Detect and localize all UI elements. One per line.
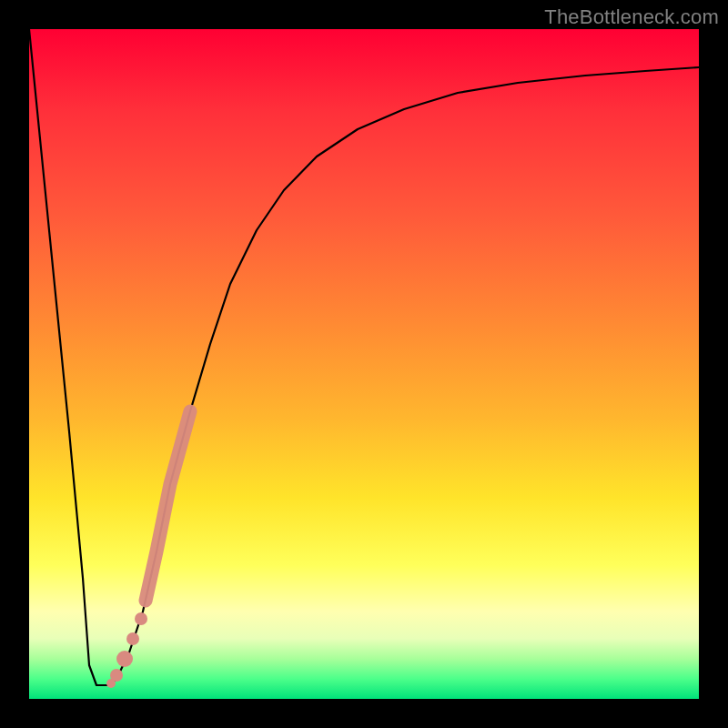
highlight-dot — [106, 679, 116, 688]
highlight-dot — [126, 632, 139, 645]
watermark-text: TheBottleneck.com — [544, 5, 719, 29]
curve-layer — [29, 29, 699, 699]
highlight-dot — [116, 651, 133, 667]
plot-area — [29, 29, 699, 699]
highlight-segment — [146, 411, 190, 601]
highlight-dot — [135, 612, 147, 625]
bottleneck-curve — [29, 29, 699, 685]
chart-frame: TheBottleneck.com — [0, 0, 728, 728]
